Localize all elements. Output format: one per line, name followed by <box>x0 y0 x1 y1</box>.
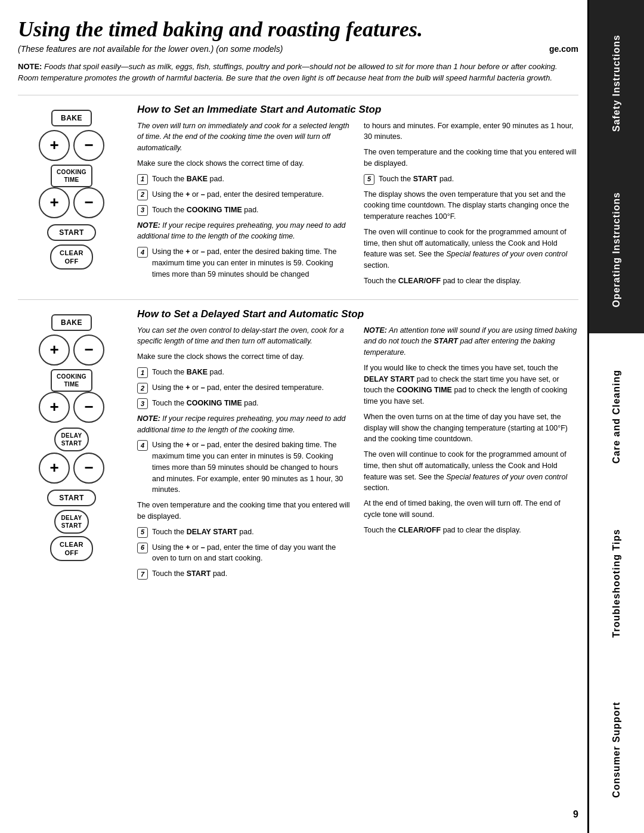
bake-button-2[interactable]: BAKE <box>51 314 92 331</box>
page-number: 9 <box>573 809 578 820</box>
cooking2-minus-btn[interactable]: − <box>73 392 104 423</box>
section1-clock-note: Make sure the clock shows the correct ti… <box>137 158 352 169</box>
page-title: Using the timed baking and roasting feat… <box>18 18 578 42</box>
bake2-minus-btn[interactable]: − <box>73 335 104 366</box>
section2-note: NOTE: If your recipe requires preheating… <box>137 413 352 436</box>
step2-4: 4 Using the + or – pad, enter the desire… <box>137 439 352 496</box>
step2-5: 5 Touch the DELAY START pad. <box>137 527 352 538</box>
start-button-2[interactable]: START <box>47 490 96 506</box>
section-delayed-start: BAKE + − COOKINGTIME + − DELAYSTART + − … <box>18 299 578 593</box>
section1-left-col: The oven will turn on immediately and co… <box>137 120 352 291</box>
cooking2-plus-minus-row: + − <box>39 392 104 423</box>
section2-clock-note: Make sure the clock shows the correct ti… <box>137 351 352 363</box>
sidebar-item-care[interactable]: Care and Cleaning <box>587 333 644 500</box>
section-immediate-start: BAKE + − COOKINGTIME + − START CLEAROFF … <box>18 95 578 299</box>
subtitle-row: (These features are not available for th… <box>18 44 578 54</box>
sidebar-item-operating[interactable]: Operating Instructions <box>587 166 644 333</box>
main-note-text: Foods that spoil easily—such as milk, eg… <box>18 62 558 83</box>
sidebar-item-safety[interactable]: Safety Instructions <box>587 0 644 166</box>
page-subtitle: (These features are not available for th… <box>18 44 283 54</box>
cooking-minus-btn-1[interactable]: − <box>73 187 104 218</box>
section1-right-p2: The oven temperature and the cooking tim… <box>364 147 578 169</box>
bake-minus-btn-1[interactable]: − <box>73 130 104 161</box>
step2-6: 6 Using the + or – pad, enter the time o… <box>137 542 352 565</box>
sidebar-item-consumer[interactable]: Consumer Support <box>587 667 644 833</box>
section2-display-note: The oven temperature and the cooking tim… <box>137 500 352 522</box>
sidebar-care-label: Care and Cleaning <box>611 370 623 463</box>
step1-5: 5 Touch the START pad. <box>364 174 578 185</box>
step1-1: 1 Touch the BAKE pad. <box>137 174 352 185</box>
step1-2: 2 Using the + or – pad, enter the desire… <box>137 189 352 200</box>
section2-text: How to Set a Delayed Start and Automatic… <box>131 308 578 584</box>
cooking-time-button-2[interactable]: COOKINGTIME <box>51 369 92 392</box>
section2-header: How to Set a Delayed Start and Automatic… <box>137 308 578 320</box>
sidebar-item-troubleshooting[interactable]: Troubleshooting Tips <box>587 500 644 666</box>
bake-plus-minus-row: + − <box>39 130 104 161</box>
clear-off-button-2[interactable]: CLEAROFF <box>50 536 93 562</box>
section2-right-note: NOTE: An attention tone will sound if yo… <box>364 325 578 358</box>
section2-right-col: NOTE: An attention tone will sound if yo… <box>364 325 578 584</box>
section1-right-p4: The oven will continue to cook for the p… <box>364 227 578 271</box>
sidebar-consumer-label: Consumer Support <box>611 702 623 798</box>
main-note: NOTE: Foods that spoil easily—such as mi… <box>18 61 578 84</box>
section2-right-p2: When the oven turns on at the time of da… <box>364 411 578 445</box>
section1-right-p1: to hours and minutes. For example, enter… <box>364 120 578 143</box>
step2-2: 2 Using the + or – pad, enter the desire… <box>137 382 352 394</box>
section1-intro: The oven will turn on immediately and co… <box>137 120 352 154</box>
sidebar-safety-label: Safety Instructions <box>611 35 623 132</box>
cooking2-plus-btn[interactable]: + <box>39 392 70 423</box>
section2-right-p1: If you would like to check the times you… <box>364 363 578 407</box>
section1-right-p5: Touch the CLEAR/OFF pad to clear the dis… <box>364 275 578 287</box>
start-button-1[interactable]: START <box>47 224 96 241</box>
control-panel-2: BAKE + − COOKINGTIME + − DELAYSTART + − … <box>18 308 131 584</box>
section2-right-p5: Touch the CLEAR/OFF pad to clear the dis… <box>364 525 578 536</box>
section2-left-col: You can set the oven control to delay-st… <box>137 325 352 584</box>
bake-button-1[interactable]: BAKE <box>51 110 92 126</box>
section1-right-col: to hours and minutes. For example, enter… <box>364 120 578 291</box>
cooking-plus-minus-row: + − <box>39 187 104 218</box>
section1-note: NOTE: If your recipe requires preheating… <box>137 220 352 243</box>
step2-3: 3 Touch the COOKING TIME pad. <box>137 398 352 409</box>
control-panel-1: BAKE + − COOKINGTIME + − START CLEAROFF <box>18 104 131 291</box>
sidebar-troubleshooting-label: Troubleshooting Tips <box>611 529 623 637</box>
delay1-plus-minus-row: + − <box>39 453 104 484</box>
section2-right-p3: The oven will continue to cook for the p… <box>364 449 578 494</box>
ge-com-label: ge.com <box>549 44 578 54</box>
sidebar-operating-label: Operating Instructions <box>611 192 623 308</box>
step1-4: 4 Using the + or – pad, enter the desire… <box>137 246 352 280</box>
delay-start-button-2[interactable]: DELAYSTART <box>54 510 89 534</box>
step1-3: 3 Touch the COOKING TIME pad. <box>137 205 352 216</box>
cooking-time-button-1[interactable]: COOKINGTIME <box>51 165 92 187</box>
bake-plus-btn-1[interactable]: + <box>39 130 70 161</box>
step2-1: 1 Touch the BAKE pad. <box>137 367 352 378</box>
section2-right-p4: At the end of timed baking, the oven wil… <box>364 498 578 521</box>
section1-header: How to Set an Immediate Start and Automa… <box>137 104 578 116</box>
section1-text: How to Set an Immediate Start and Automa… <box>131 104 578 291</box>
clear-off-button-1[interactable]: CLEAROFF <box>50 244 93 270</box>
bake2-plus-btn[interactable]: + <box>39 335 70 366</box>
delay-start-button-1[interactable]: DELAYSTART <box>54 428 89 451</box>
cooking-plus-btn-1[interactable]: + <box>39 187 70 218</box>
delay1-minus-btn[interactable]: − <box>73 453 104 484</box>
right-sidebar: Safety Instructions Operating Instructio… <box>587 0 644 833</box>
section1-columns: The oven will turn on immediately and co… <box>137 120 578 291</box>
section2-columns: You can set the oven control to delay-st… <box>137 325 578 584</box>
bake2-plus-minus-row: + − <box>39 335 104 366</box>
section1-right-p3: The display shows the oven temperature t… <box>364 189 578 222</box>
section2-intro: You can set the oven control to delay-st… <box>137 325 352 348</box>
delay1-plus-btn[interactable]: + <box>39 453 70 484</box>
step2-7: 7 Touch the START pad. <box>137 568 352 580</box>
